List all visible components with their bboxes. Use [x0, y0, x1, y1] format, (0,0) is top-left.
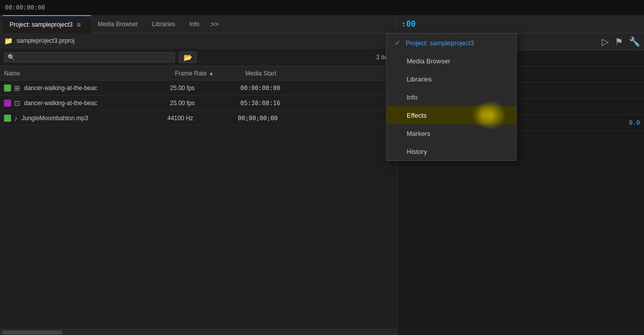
- master-value: 0.0: [629, 119, 640, 126]
- main-layout: Project: sampleproject3 ≡ Media Browser …: [0, 15, 644, 335]
- col-header-name: Name: [4, 70, 175, 77]
- row-name: dancer-walking-at-the-beac: [24, 85, 170, 92]
- dropdown-item-label: Media Browser: [407, 57, 450, 65]
- col-header-framerate: Frame Rate ▲: [175, 70, 245, 77]
- sort-arrow-icon[interactable]: ▲: [209, 70, 214, 76]
- dropdown-item-label: History: [407, 148, 427, 155]
- row-name: JungleMoombahton.mp3: [22, 115, 167, 122]
- hamburger-icon[interactable]: ≡: [73, 21, 83, 29]
- pointer-tool-icon[interactable]: ▷: [602, 36, 609, 47]
- row-name: dancer-walking-at-the-beac: [24, 100, 170, 107]
- right-top-bar: :00: [397, 15, 644, 33]
- tab-media-browser[interactable]: Media Browser: [91, 15, 145, 33]
- dropdown-item-markers[interactable]: Markers: [387, 124, 516, 142]
- file-path-text: sampleproject3.prproj: [17, 37, 74, 44]
- col-header-mediastart: Media Start: [245, 70, 326, 77]
- row-framerate: 44100 Hz: [167, 115, 238, 122]
- table-row[interactable]: ⊡ dancer-walking-at-the-beac 25.00 fps 0…: [0, 96, 397, 111]
- dropdown-item-history[interactable]: History: [387, 142, 516, 160]
- search-icon: 🔍: [8, 54, 15, 61]
- dropdown-item-info[interactable]: Info: [387, 88, 516, 106]
- dropdown-item-media-browser[interactable]: Media Browser: [387, 52, 516, 70]
- search-input-wrapper[interactable]: 🔍: [4, 52, 175, 62]
- tab-dropdown-menu: ✓ Project: sampleproject3 Media Browser …: [386, 33, 517, 161]
- row-mediastart: 00;00;00;00: [238, 115, 318, 122]
- folder-icon: 📁: [4, 37, 13, 45]
- file-path-bar: 📁 sampleproject3.prproj: [0, 33, 397, 48]
- search-input[interactable]: [18, 54, 171, 61]
- dropdown-item-project[interactable]: ✓ Project: sampleproject3: [387, 34, 516, 52]
- dropdown-item-label: Info: [407, 94, 418, 101]
- left-panel: Project: sampleproject3 ≡ Media Browser …: [0, 15, 397, 335]
- scroll-thumb[interactable]: [2, 330, 62, 334]
- row-mediastart: 00:00:00:00: [240, 85, 321, 92]
- row-mediastart: 05:38:08:16: [240, 100, 321, 107]
- audio-icon: ♪: [14, 114, 18, 122]
- media-icon: ⊞: [14, 84, 20, 92]
- horizontal-scrollbar[interactable]: [0, 329, 397, 335]
- tab-project[interactable]: Project: sampleproject3 ≡: [3, 15, 91, 33]
- media-icon: ⊡: [14, 99, 20, 107]
- search-folder-button[interactable]: 📂: [179, 52, 197, 63]
- dropdown-item-effects[interactable]: Effects: [387, 106, 516, 124]
- table-row[interactable]: ⊞ dancer-walking-at-the-beac 25.00 fps 0…: [0, 80, 397, 96]
- search-bar: 🔍 📂 3 item: [0, 48, 397, 66]
- row-framerate: 25.00 fps: [170, 100, 240, 107]
- tab-info[interactable]: Info: [182, 15, 207, 33]
- color-box: [4, 85, 11, 92]
- table-body: ⊞ dancer-walking-at-the-beac 25.00 fps 0…: [0, 80, 397, 329]
- wrench-icon[interactable]: 🔧: [629, 36, 640, 47]
- table-header: Name Frame Rate ▲ Media Start: [0, 66, 397, 80]
- table-row[interactable]: ♪ JungleMoombahton.mp3 44100 Hz 00;00;00…: [0, 111, 397, 126]
- tab-libraries[interactable]: Libraries: [145, 15, 182, 33]
- dropdown-item-label: Effects: [407, 112, 427, 119]
- global-timecode: 00:00:00:00: [5, 4, 45, 11]
- dropdown-item-label: Project: sampleproject3: [406, 39, 474, 47]
- color-box: [4, 100, 11, 107]
- dropdown-item-libraries[interactable]: Libraries: [387, 70, 516, 88]
- checkmark-icon: ✓: [395, 39, 401, 47]
- dropdown-item-label: Markers: [407, 130, 430, 137]
- dropdown-item-label: Libraries: [407, 75, 432, 83]
- flag-icon[interactable]: ⚑: [615, 36, 623, 47]
- more-tabs-button[interactable]: >>: [207, 20, 223, 28]
- row-framerate: 25.00 fps: [170, 85, 240, 92]
- color-box: [4, 115, 11, 122]
- tab-bar: Project: sampleproject3 ≡ Media Browser …: [0, 15, 397, 33]
- sequence-timecode: :00: [401, 19, 416, 29]
- time-bar: 00:00:00:00: [0, 0, 644, 15]
